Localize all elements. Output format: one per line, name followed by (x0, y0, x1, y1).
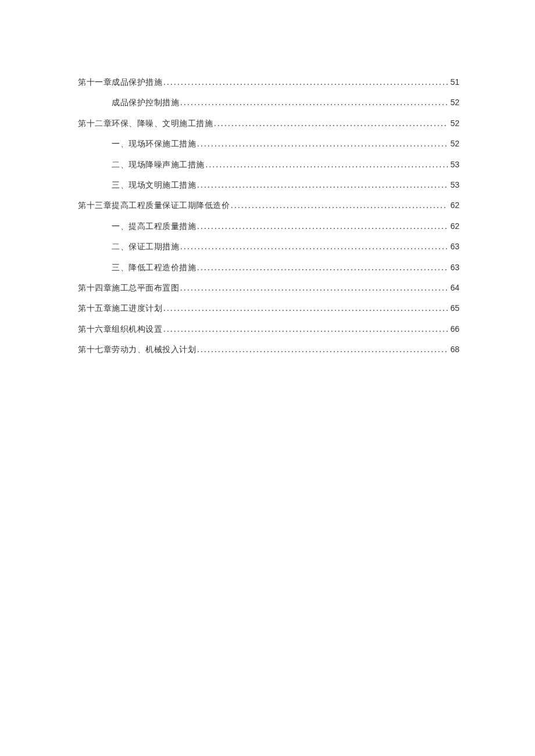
toc-page-number: 52 (449, 137, 459, 150)
toc-leader-dots (231, 199, 448, 212)
toc-title: 三、现场文明施工措施 (112, 179, 196, 192)
toc-page-number: 63 (449, 261, 459, 274)
toc-entry[interactable]: 第十五章施工进度计划65 (78, 302, 459, 315)
toc-page-number: 53 (449, 158, 459, 171)
toc-entry[interactable]: 二、保证工期措施63 (112, 240, 459, 253)
toc-leader-dots (163, 302, 448, 315)
toc-page-number: 66 (449, 323, 459, 335)
toc-entry[interactable]: 一、提高工程质量措施62 (112, 220, 459, 233)
toc-leader-dots (180, 241, 448, 253)
toc-page-number: 65 (449, 302, 459, 314)
toc-title: 第十五章施工进度计划 (78, 302, 162, 315)
toc-title: 二、现场降噪声施工措施 (112, 159, 205, 171)
toc-entry[interactable]: 三、现场文明施工措施53 (112, 178, 459, 192)
toc-entry[interactable]: 一、现场环保施工措施52 (112, 137, 459, 151)
toc-page-number: 68 (449, 343, 459, 356)
toc-title: 三、降低工程造价措施 (112, 261, 196, 274)
toc-title: 第十三章提高工程质量保证工期降低造价 (78, 199, 230, 212)
toc-leader-dots (163, 76, 448, 89)
toc-page-number: 53 (449, 178, 459, 191)
toc-page-number: 63 (449, 240, 459, 253)
toc-title: 第十七章劳动力、机械投入计划 (78, 343, 196, 356)
toc-title: 第十二章环保、降噪、文明施工措施 (78, 117, 213, 130)
toc-entry[interactable]: 成品保护控制措施52 (112, 96, 459, 109)
toc-leader-dots (206, 159, 448, 171)
toc-title: 第十六章组织机构设置 (78, 323, 162, 336)
toc-entry[interactable]: 第十七章劳动力、机械投入计划68 (78, 343, 459, 356)
toc-title: 一、现场环保施工措施 (112, 138, 196, 151)
toc-page-number: 52 (449, 117, 459, 130)
toc-title: 第十一章成品保护措施 (78, 76, 162, 89)
toc-entry[interactable]: 第十三章提高工程质量保证工期降低造价62 (78, 199, 459, 212)
toc-leader-dots (180, 282, 448, 295)
toc-page-number: 52 (449, 96, 459, 109)
toc-leader-dots (197, 220, 448, 233)
toc-title: 二、保证工期措施 (112, 241, 179, 253)
toc-leader-dots (197, 343, 448, 356)
toc-title: 一、提高工程质量措施 (112, 220, 196, 233)
toc-leader-dots (197, 179, 448, 192)
toc-entry[interactable]: 第十四章施工总平面布置图64 (78, 281, 459, 295)
toc-title: 第十四章施工总平面布置图 (78, 282, 179, 295)
toc-page-number: 51 (449, 76, 459, 88)
toc-container: 第十一章成品保护措施51成品保护控制措施52第十二章环保、降噪、文明施工措施52… (78, 76, 459, 356)
toc-entry[interactable]: 第十二章环保、降噪、文明施工措施52 (78, 117, 459, 130)
toc-leader-dots (180, 96, 448, 109)
toc-entry[interactable]: 三、降低工程造价措施63 (112, 261, 459, 274)
toc-leader-dots (197, 261, 448, 274)
toc-page-number: 62 (449, 199, 459, 212)
toc-leader-dots (163, 323, 448, 336)
toc-leader-dots (197, 138, 448, 151)
toc-title: 成品保护控制措施 (112, 96, 179, 109)
toc-page-number: 62 (449, 220, 459, 232)
toc-entry[interactable]: 第十一章成品保护措施51 (78, 76, 459, 89)
toc-page-number: 64 (449, 281, 459, 294)
toc-entry[interactable]: 第十六章组织机构设置66 (78, 323, 459, 336)
toc-leader-dots (214, 117, 448, 130)
toc-entry[interactable]: 二、现场降噪声施工措施53 (112, 158, 459, 171)
